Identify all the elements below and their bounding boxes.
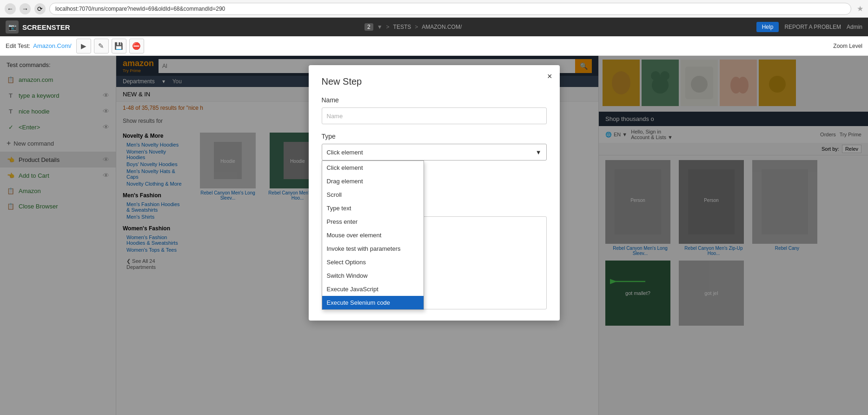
name-label: Name bbox=[322, 96, 547, 104]
type-select-button[interactable]: Click element ▼ bbox=[322, 144, 547, 161]
app-logo: 📷 SCREENSTER bbox=[6, 20, 70, 33]
app-nav: 2 ▼ > TESTS > AMAZON.COM/ bbox=[364, 23, 462, 31]
dropdown-item-7[interactable]: Select Options bbox=[322, 255, 424, 269]
dropdown-item-3[interactable]: Type text bbox=[322, 201, 424, 215]
dropdown-item-8[interactable]: Switch Window bbox=[322, 269, 424, 282]
type-dropdown: Click element Drag element Scroll Type t… bbox=[322, 161, 424, 310]
toolbar-stop-button[interactable]: ⛔ bbox=[129, 39, 144, 54]
forward-button[interactable]: → bbox=[20, 3, 31, 14]
dropdown-item-10[interactable]: Execute Selenium code bbox=[322, 296, 424, 309]
dropdown-item-1[interactable]: Drag element bbox=[322, 174, 424, 188]
app-header-right: Help REPORT A PROBLEM Admin bbox=[756, 22, 862, 32]
modal-close-button[interactable]: × bbox=[547, 72, 552, 81]
dropdown-item-2[interactable]: Scroll bbox=[322, 188, 424, 201]
report-button[interactable]: REPORT A PROBLEM bbox=[784, 24, 841, 30]
type-label: Type bbox=[322, 133, 547, 140]
url-bar[interactable] bbox=[49, 3, 851, 15]
admin-button[interactable]: Admin bbox=[847, 24, 862, 30]
nav-arrow1: ▼ bbox=[377, 24, 383, 30]
modal-title: New Step bbox=[322, 76, 547, 87]
app-header: 📷 SCREENSTER 2 ▼ > TESTS > AMAZON.COM/ H… bbox=[0, 18, 868, 36]
help-button[interactable]: Help bbox=[756, 22, 779, 32]
bookmark-star-icon: ★ bbox=[857, 4, 863, 13]
refresh-button[interactable]: ⟳ bbox=[34, 3, 46, 14]
edit-test-name: Amazon.Com/ bbox=[33, 42, 71, 49]
app-logo-text: SCREENSTER bbox=[22, 23, 70, 31]
toolbar-save-button[interactable]: 💾 bbox=[112, 39, 126, 54]
dropdown-item-4[interactable]: Press enter bbox=[322, 215, 424, 228]
arrow-dropdown-icon bbox=[610, 277, 647, 286]
dropdown-arrow-icon: ▼ bbox=[536, 149, 542, 156]
toolbar-cursor-button[interactable]: ▶ bbox=[76, 39, 91, 54]
app-logo-icon: 📷 bbox=[6, 20, 19, 33]
type-select-container: Click element ▼ Click element Drag eleme… bbox=[322, 144, 547, 161]
name-input[interactable] bbox=[322, 107, 547, 124]
edit-test-prefix: Edit Test: bbox=[6, 42, 30, 49]
nav-sep1: > bbox=[386, 24, 390, 30]
back-button[interactable]: ← bbox=[5, 3, 16, 14]
nav-amazon[interactable]: AMAZON.COM/ bbox=[422, 24, 462, 30]
dropdown-item-0[interactable]: Click element bbox=[322, 161, 424, 174]
dropdown-item-5[interactable]: Mouse over element bbox=[322, 228, 424, 242]
nav-num[interactable]: 2 bbox=[364, 23, 373, 31]
main-content: Test commands: 📋 amazon.com T type a key… bbox=[0, 56, 868, 415]
nav-tests[interactable]: TESTS bbox=[393, 24, 411, 30]
zoom-label: Zoom Level bbox=[833, 43, 862, 49]
toolbar-icons: ▶ ✎ 💾 ⛔ bbox=[76, 39, 144, 54]
dropdown-item-6[interactable]: Invoke test with parameters bbox=[322, 242, 424, 255]
dropdown-item-9[interactable]: Execute JavaScript bbox=[322, 282, 424, 296]
modal-overlay: × New Step Name Type Click element ▼ Cli… bbox=[0, 56, 868, 415]
selected-type-text: Click element bbox=[327, 149, 363, 156]
nav-sep2: > bbox=[415, 24, 418, 30]
new-step-modal: × New Step Name Type Click element ▼ Cli… bbox=[309, 65, 560, 321]
toolbar-row: Edit Test: Amazon.Com/ ▶ ✎ 💾 ⛔ Zoom Leve… bbox=[0, 36, 868, 56]
browser-bar: ← → ⟳ ★ bbox=[0, 0, 868, 18]
toolbar-edit-button[interactable]: ✎ bbox=[94, 39, 109, 54]
